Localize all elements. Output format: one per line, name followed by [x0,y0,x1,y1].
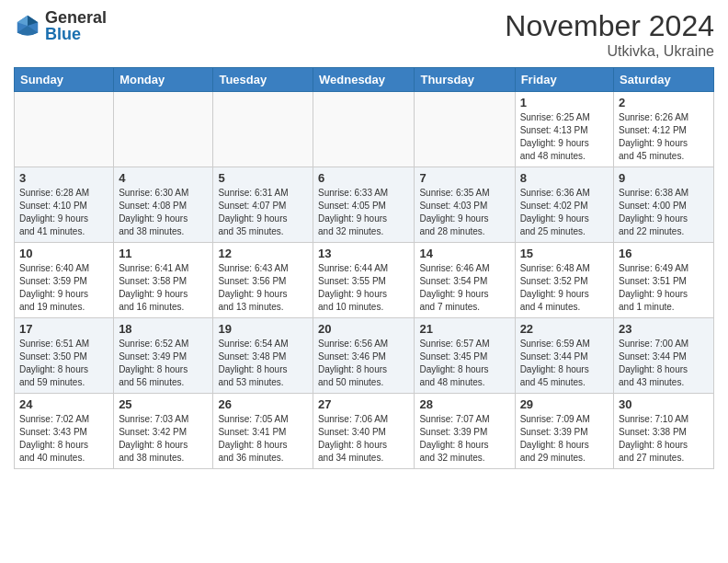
day-content: Sunrise: 6:44 AM Sunset: 3:55 PM Dayligh… [318,262,409,314]
table-row: 3Sunrise: 6:28 AM Sunset: 4:10 PM Daylig… [15,167,114,243]
day-number: 25 [119,397,208,411]
logo-icon [14,12,41,40]
day-content: Sunrise: 6:49 AM Sunset: 3:51 PM Dayligh… [619,262,709,314]
header-tuesday: Tuesday [213,68,313,92]
day-number: 30 [619,397,709,411]
day-content: Sunrise: 6:54 AM Sunset: 3:48 PM Dayligh… [218,338,308,389]
header-friday: Friday [515,68,613,92]
day-content: Sunrise: 6:59 AM Sunset: 3:44 PM Dayligh… [520,338,609,389]
day-content: Sunrise: 6:41 AM Sunset: 3:58 PM Dayligh… [119,262,208,314]
logo-blue-text: Blue [45,26,107,42]
day-content: Sunrise: 6:36 AM Sunset: 4:02 PM Dayligh… [520,187,609,238]
table-row: 27Sunrise: 7:06 AM Sunset: 3:40 PM Dayli… [313,394,415,469]
day-content: Sunrise: 6:57 AM Sunset: 3:45 PM Dayligh… [419,338,509,389]
table-row: 25Sunrise: 7:03 AM Sunset: 3:42 PM Dayli… [114,394,213,469]
day-number: 7 [419,171,509,185]
logo-text: General Blue [45,9,107,42]
table-row: 6Sunrise: 6:33 AM Sunset: 4:05 PM Daylig… [313,167,415,243]
table-row: 9Sunrise: 6:38 AM Sunset: 4:00 PM Daylig… [614,167,714,243]
day-number: 22 [520,322,609,336]
day-number: 5 [218,171,308,185]
day-number: 16 [619,247,709,260]
day-content: Sunrise: 6:30 AM Sunset: 4:08 PM Dayligh… [119,187,208,238]
table-row: 11Sunrise: 6:41 AM Sunset: 3:58 PM Dayli… [114,243,213,318]
day-number: 24 [19,397,108,411]
day-number: 13 [318,247,409,260]
table-row: 15Sunrise: 6:48 AM Sunset: 3:52 PM Dayli… [515,243,613,318]
day-number: 15 [520,247,609,260]
logo: General Blue [14,9,107,42]
day-content: Sunrise: 6:43 AM Sunset: 3:56 PM Dayligh… [218,262,308,314]
table-row: 10Sunrise: 6:40 AM Sunset: 3:59 PM Dayli… [15,243,114,318]
day-number: 9 [619,171,709,185]
table-row [415,92,515,167]
day-content: Sunrise: 6:40 AM Sunset: 3:59 PM Dayligh… [19,262,108,314]
day-number: 17 [19,322,108,336]
day-content: Sunrise: 7:05 AM Sunset: 3:41 PM Dayligh… [218,413,308,465]
table-row: 14Sunrise: 6:46 AM Sunset: 3:54 PM Dayli… [415,243,515,318]
table-row: 21Sunrise: 6:57 AM Sunset: 3:45 PM Dayli… [415,318,515,394]
header-thursday: Thursday [415,68,515,92]
day-content: Sunrise: 6:46 AM Sunset: 3:54 PM Dayligh… [419,262,509,314]
calendar-page: General Blue November 2024 Utkivka, Ukra… [0,0,728,563]
table-row [313,92,415,167]
day-number: 6 [318,171,409,185]
day-content: Sunrise: 7:09 AM Sunset: 3:39 PM Dayligh… [520,413,609,465]
header-wednesday: Wednesday [313,68,415,92]
day-content: Sunrise: 6:33 AM Sunset: 4:05 PM Dayligh… [318,187,409,238]
table-row: 16Sunrise: 6:49 AM Sunset: 3:51 PM Dayli… [614,243,714,318]
day-number: 14 [419,247,509,260]
calendar-week-row: 24Sunrise: 7:02 AM Sunset: 3:43 PM Dayli… [15,394,714,469]
table-row: 26Sunrise: 7:05 AM Sunset: 3:41 PM Dayli… [213,394,313,469]
day-number: 18 [119,322,208,336]
table-row [114,92,213,167]
table-row: 17Sunrise: 6:51 AM Sunset: 3:50 PM Dayli… [15,318,114,394]
day-number: 2 [619,96,709,109]
day-number: 4 [119,171,208,185]
header-sunday: Sunday [15,68,114,92]
table-row [213,92,313,167]
day-content: Sunrise: 6:26 AM Sunset: 4:12 PM Dayligh… [619,111,709,163]
day-content: Sunrise: 7:10 AM Sunset: 3:38 PM Dayligh… [619,413,709,465]
table-row: 30Sunrise: 7:10 AM Sunset: 3:38 PM Dayli… [614,394,714,469]
day-content: Sunrise: 7:07 AM Sunset: 3:39 PM Dayligh… [419,413,509,465]
day-content: Sunrise: 7:06 AM Sunset: 3:40 PM Dayligh… [318,413,409,465]
title-area: November 2024 Utkivka, Ukraine [505,9,714,60]
header-saturday: Saturday [614,68,714,92]
day-content: Sunrise: 6:28 AM Sunset: 4:10 PM Dayligh… [19,187,108,238]
table-row: 1Sunrise: 6:25 AM Sunset: 4:13 PM Daylig… [515,92,613,167]
table-row: 20Sunrise: 6:56 AM Sunset: 3:46 PM Dayli… [313,318,415,394]
day-number: 10 [19,247,108,260]
table-row: 13Sunrise: 6:44 AM Sunset: 3:55 PM Dayli… [313,243,415,318]
calendar-week-row: 10Sunrise: 6:40 AM Sunset: 3:59 PM Dayli… [15,243,714,318]
day-number: 28 [419,397,509,411]
day-content: Sunrise: 6:35 AM Sunset: 4:03 PM Dayligh… [419,187,509,238]
calendar-header-row: Sunday Monday Tuesday Wednesday Thursday… [15,68,714,92]
day-number: 27 [318,397,409,411]
day-number: 1 [520,96,609,109]
calendar-table: Sunday Monday Tuesday Wednesday Thursday… [14,67,714,469]
day-number: 3 [19,171,108,185]
table-row [15,92,114,167]
table-row: 12Sunrise: 6:43 AM Sunset: 3:56 PM Dayli… [213,243,313,318]
table-row: 7Sunrise: 6:35 AM Sunset: 4:03 PM Daylig… [415,167,515,243]
header-monday: Monday [114,68,213,92]
day-content: Sunrise: 6:51 AM Sunset: 3:50 PM Dayligh… [19,338,108,389]
calendar-week-row: 17Sunrise: 6:51 AM Sunset: 3:50 PM Dayli… [15,318,714,394]
day-number: 26 [218,397,308,411]
logo-general-text: General [45,9,107,26]
day-number: 23 [619,322,709,336]
table-row: 23Sunrise: 7:00 AM Sunset: 3:44 PM Dayli… [614,318,714,394]
table-row: 4Sunrise: 6:30 AM Sunset: 4:08 PM Daylig… [114,167,213,243]
day-number: 12 [218,247,308,260]
table-row: 22Sunrise: 6:59 AM Sunset: 3:44 PM Dayli… [515,318,613,394]
day-content: Sunrise: 6:38 AM Sunset: 4:00 PM Dayligh… [619,187,709,238]
day-number: 29 [520,397,609,411]
day-number: 11 [119,247,208,260]
day-content: Sunrise: 7:03 AM Sunset: 3:42 PM Dayligh… [119,413,208,465]
table-row: 5Sunrise: 6:31 AM Sunset: 4:07 PM Daylig… [213,167,313,243]
day-content: Sunrise: 6:56 AM Sunset: 3:46 PM Dayligh… [318,338,409,389]
table-row: 28Sunrise: 7:07 AM Sunset: 3:39 PM Dayli… [415,394,515,469]
day-number: 19 [218,322,308,336]
table-row: 29Sunrise: 7:09 AM Sunset: 3:39 PM Dayli… [515,394,613,469]
